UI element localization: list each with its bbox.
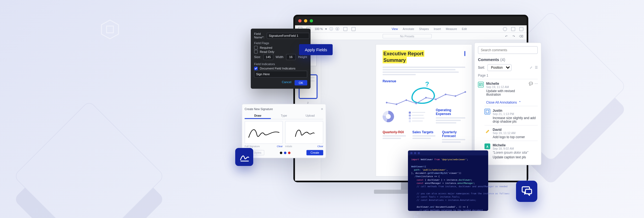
doc-indicators-checkbox[interactable]: Document Field Indicators bbox=[254, 67, 307, 71]
sort-select[interactable]: Position bbox=[487, 64, 512, 71]
filter-icon[interactable]: ☰ bbox=[535, 66, 538, 70]
brand-logo bbox=[99, 19, 121, 40]
doc-title-line1: Executive Report bbox=[383, 50, 424, 57]
sign-here-input[interactable] bbox=[254, 71, 307, 78]
tab-shapes[interactable]: Shapes bbox=[419, 28, 429, 31]
full-signature-canvas[interactable] bbox=[245, 121, 283, 144]
traffic-close-icon[interactable] bbox=[298, 19, 302, 23]
svg-point-4 bbox=[386, 102, 387, 104]
height-label: Height bbox=[298, 55, 307, 59]
tab-edit[interactable]: Edit bbox=[462, 28, 467, 31]
width-label: Width bbox=[276, 55, 284, 59]
comment-item[interactable]: Justin Sep 21, 1:13 PM Increase size sli… bbox=[485, 106, 538, 125]
code-content: import WebViewer from '@apryse/webviewer… bbox=[408, 155, 488, 218]
text-cursor bbox=[464, 51, 465, 56]
tab-type[interactable]: Type bbox=[271, 113, 297, 119]
erase-icon[interactable]: ⌫ bbox=[518, 34, 523, 39]
comments-count: (4) bbox=[500, 57, 505, 62]
close-all-annotations-link[interactable]: Close All Annotations⌃ bbox=[486, 101, 538, 104]
comment-item[interactable]: David Sep 19, 11:12 AM Add logo to top c… bbox=[485, 125, 538, 141]
modal-title: Create New Signature bbox=[245, 108, 273, 111]
comment-item[interactable]: Michelle Sep 19, 11:12 AM Update with re… bbox=[478, 79, 538, 98]
more-icon[interactable]: ⋯ bbox=[535, 82, 538, 96]
ok-button[interactable]: OK bbox=[295, 80, 307, 86]
revenue-chart: ? bbox=[383, 86, 465, 108]
close-icon[interactable]: × bbox=[321, 107, 323, 111]
undo-icon[interactable]: ↶ bbox=[504, 34, 509, 39]
donut-chart bbox=[383, 111, 394, 122]
annotation-type-icon bbox=[485, 109, 490, 114]
ink-color-picker[interactable] bbox=[280, 152, 291, 154]
mode-tabs[interactable]: View Annotate Shapes Insert Measure Edit bbox=[392, 28, 467, 31]
redo-icon[interactable]: ↷ bbox=[511, 34, 516, 39]
reply-icon[interactable]: 💬 bbox=[529, 82, 533, 96]
apply-fields-button[interactable]: Apply Fields bbox=[299, 44, 333, 55]
zoom-control[interactable]: 100 %▾ − + bbox=[315, 27, 339, 31]
section-forecast: Quarterly Forecast bbox=[442, 131, 465, 138]
size-input[interactable] bbox=[263, 54, 273, 60]
create-signature-modal: Create New Signature × Draw Type Upload … bbox=[242, 104, 326, 158]
expand-icon[interactable]: ⤢ bbox=[530, 66, 533, 70]
width-input[interactable] bbox=[286, 54, 296, 60]
tab-draw[interactable]: Draw bbox=[245, 113, 271, 119]
svg-point-8 bbox=[425, 97, 427, 99]
svg-point-9 bbox=[435, 99, 437, 100]
code-editor-window: import WebViewer from '@apryse/webviewer… bbox=[408, 150, 488, 211]
page-indicator: Page 1 bbox=[478, 74, 538, 77]
opex-legend bbox=[409, 111, 429, 125]
create-signature-button[interactable]: Create bbox=[306, 150, 323, 156]
tab-insert[interactable]: Insert bbox=[434, 28, 441, 31]
section-revenue: Revenue bbox=[383, 79, 465, 83]
svg-rect-14 bbox=[486, 110, 489, 113]
svg-point-10 bbox=[445, 94, 446, 95]
sub-toolbar: A No Presets ↶ ↷ ⌫ bbox=[295, 33, 527, 40]
svg-rect-17 bbox=[526, 189, 532, 194]
macos-titlebar bbox=[295, 16, 527, 25]
size-label: Size: bbox=[254, 55, 261, 59]
traffic-max-icon[interactable] bbox=[310, 19, 313, 23]
cancel-button[interactable]: Cancel bbox=[282, 80, 291, 86]
annotation-type-icon bbox=[485, 128, 490, 134]
svg-point-12 bbox=[464, 91, 466, 93]
comments-panel: Comments (4) Sort: Position ⤢ ☰ Page 1 M… bbox=[474, 43, 541, 165]
export-icon[interactable] bbox=[351, 27, 356, 31]
clear-full-button[interactable]: Clear bbox=[277, 145, 283, 148]
comment-item[interactable]: A Michelle Sep 18, 9:02 AM "Lorem ipsum … bbox=[485, 141, 538, 161]
initials-label: Initials bbox=[285, 145, 292, 148]
section-sales: Sales Targets bbox=[412, 131, 436, 134]
signature-feature-icon bbox=[235, 148, 253, 166]
signature-mode-tabs: Draw Type Upload bbox=[245, 113, 323, 119]
svg-point-6 bbox=[406, 99, 407, 101]
code-titlebar bbox=[408, 150, 488, 155]
comments-toggle-icon[interactable] bbox=[511, 27, 515, 31]
top-toolbar: 100 %▾ − + View Annotate Shapes Insert M… bbox=[295, 25, 527, 33]
search-icon[interactable] bbox=[503, 27, 507, 31]
svg-point-7 bbox=[415, 103, 417, 104]
doc-title-line2: Summary bbox=[383, 57, 407, 63]
section-roi: Quarterly ROI bbox=[383, 131, 406, 134]
tab-upload[interactable]: Upload bbox=[297, 113, 323, 119]
field-properties-panel: Field Name*: Field Flags Required Read O… bbox=[251, 29, 311, 89]
section-opex: Operating Expenses bbox=[436, 108, 465, 116]
field-name-label: Field Name*: bbox=[254, 32, 264, 39]
field-name-input[interactable] bbox=[267, 32, 309, 39]
tab-annotate[interactable]: Annotate bbox=[403, 28, 414, 31]
svg-point-5 bbox=[396, 104, 397, 105]
comments-feature-icon bbox=[516, 181, 537, 202]
svg-point-11 bbox=[455, 95, 456, 97]
presets-dropdown[interactable]: No Presets bbox=[383, 34, 432, 39]
svg-rect-1 bbox=[107, 26, 114, 33]
tab-measure[interactable]: Measure bbox=[446, 28, 457, 31]
settings-icon[interactable] bbox=[519, 27, 523, 31]
annotation-type-icon bbox=[478, 82, 484, 87]
full-signature-label: Full Signature bbox=[245, 145, 260, 148]
tab-view[interactable]: View bbox=[392, 28, 398, 31]
search-comments-input[interactable] bbox=[478, 46, 538, 54]
traffic-min-icon[interactable] bbox=[304, 19, 307, 23]
clear-initials-button[interactable]: Clear bbox=[317, 145, 323, 148]
initials-canvas[interactable] bbox=[285, 121, 323, 144]
chevron-up-icon: ⌃ bbox=[518, 101, 521, 104]
freehand-question-icon: ? bbox=[425, 81, 429, 88]
indicators-label: Field Indicators bbox=[254, 62, 307, 66]
print-icon[interactable] bbox=[343, 27, 347, 31]
